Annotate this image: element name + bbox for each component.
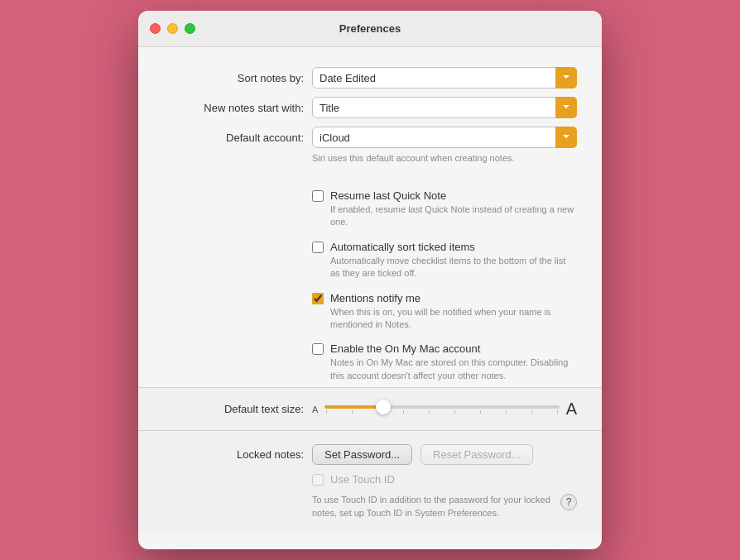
checkbox-section: Resume last Quick Note If enabled, resum… (138, 184, 602, 387)
slider-ticks (324, 410, 559, 414)
new-notes-row: New notes start with: TitleBody (163, 97, 577, 118)
minimize-button[interactable] (167, 23, 178, 34)
slider-small-a: A (312, 404, 318, 414)
preferences-window: Preferences Sort notes by: Date EditedDa… (138, 11, 602, 549)
new-notes-select[interactable]: TitleBody (312, 97, 577, 118)
sort-select-wrapper: Date EditedDate CreatedTitle (312, 67, 577, 89)
resume-quick-note-checkbox[interactable] (312, 190, 324, 202)
mentions-notify-item: Mentions notify me When this is on, you … (312, 292, 577, 332)
window-title: Preferences (339, 22, 401, 35)
touch-id-footer: To use Touch ID in addition to the passw… (312, 494, 577, 519)
touch-id-row: Use Touch ID (312, 473, 577, 487)
auto-sort-item: Automatically sort ticked items Automati… (312, 241, 577, 280)
locked-row: Locked notes: Set Password... Reset Pass… (163, 444, 577, 519)
slider-tick (454, 410, 455, 414)
content-area: Sort notes by: Date EditedDate CreatedTi… (138, 47, 602, 549)
on-my-mac-checkbox[interactable] (312, 343, 324, 355)
touch-id-desc: To use Touch ID in addition to the passw… (312, 494, 552, 519)
mentions-notify-checkbox[interactable] (312, 293, 324, 304)
auto-sort-desc: Automatically move checklist items to th… (330, 255, 577, 280)
slider-label: Default text size: (163, 403, 304, 415)
mentions-notify-text: Mentions notify me When this is on, you … (330, 292, 577, 332)
new-notes-select-wrapper: TitleBody (312, 97, 577, 118)
slider-section: Default text size: A (138, 387, 602, 430)
titlebar: Preferences (138, 11, 602, 47)
reset-password-button: Reset Password... (420, 444, 533, 465)
resume-quick-note-label: Resume last Quick Note (330, 189, 577, 202)
resume-quick-note-text: Resume last Quick Note If enabled, resum… (330, 189, 577, 229)
close-button[interactable] (150, 23, 161, 34)
locked-controls: Set Password... Reset Password... Use To… (312, 444, 577, 519)
new-notes-label: New notes start with: (163, 102, 304, 114)
slider-tick (326, 410, 327, 414)
maximize-button[interactable] (185, 23, 195, 34)
form-section: Sort notes by: Date EditedDate CreatedTi… (138, 64, 602, 184)
slider-large-a: A (566, 400, 577, 419)
resume-quick-note-item: Resume last Quick Note If enabled, resum… (312, 189, 577, 229)
slider-thumb[interactable] (376, 400, 391, 414)
slider-track (324, 405, 559, 409)
use-touch-id-checkbox (312, 474, 324, 486)
default-account-select-wrapper: iCloudOn My Mac (312, 127, 577, 148)
auto-sort-text: Automatically sort ticked items Automati… (330, 241, 577, 280)
slider-track-wrapper (324, 405, 559, 414)
slider-tick (480, 410, 481, 414)
help-button[interactable]: ? (560, 494, 577, 510)
auto-sort-checkbox[interactable] (312, 242, 324, 253)
use-touch-id-label: Use Touch ID (330, 473, 395, 486)
mentions-notify-desc: When this is on, you will be notified wh… (330, 306, 577, 332)
sort-select[interactable]: Date EditedDate CreatedTitle (312, 67, 577, 89)
slider-tick (531, 410, 532, 414)
auto-sort-label: Automatically sort ticked items (330, 241, 577, 253)
sort-row: Sort notes by: Date EditedDate CreatedTi… (163, 67, 577, 89)
traffic-lights (150, 23, 195, 34)
slider-tick (352, 410, 353, 414)
slider-tick (557, 410, 558, 414)
slider-tick (506, 410, 507, 414)
locked-label: Locked notes: (163, 444, 304, 461)
slider-container: A (312, 400, 577, 419)
default-account-row: Default account: iCloudOn My Mac (163, 127, 577, 148)
slider-fill (324, 405, 383, 409)
sort-label: Sort notes by: (163, 72, 304, 84)
mentions-notify-label: Mentions notify me (330, 292, 577, 304)
slider-tick (429, 410, 430, 414)
resume-quick-note-desc: If enabled, resume last Quick Note inste… (330, 203, 577, 229)
slider-tick (403, 410, 404, 414)
default-account-select[interactable]: iCloudOn My Mac (312, 127, 577, 148)
siri-hint: Siri uses this default account when crea… (312, 153, 577, 163)
on-my-mac-desc: Notes in On My Mac are stored on this co… (330, 357, 577, 382)
on-my-mac-text: Enable the On My Mac account Notes in On… (330, 342, 577, 382)
default-account-label: Default account: (163, 132, 304, 144)
set-password-button[interactable]: Set Password... (312, 444, 412, 465)
slider-row: Default text size: A (163, 400, 577, 419)
locked-buttons: Set Password... Reset Password... (312, 444, 577, 465)
on-my-mac-label: Enable the On My Mac account (330, 342, 577, 355)
on-my-mac-item: Enable the On My Mac account Notes in On… (312, 342, 577, 382)
locked-section: Locked notes: Set Password... Reset Pass… (138, 430, 602, 533)
